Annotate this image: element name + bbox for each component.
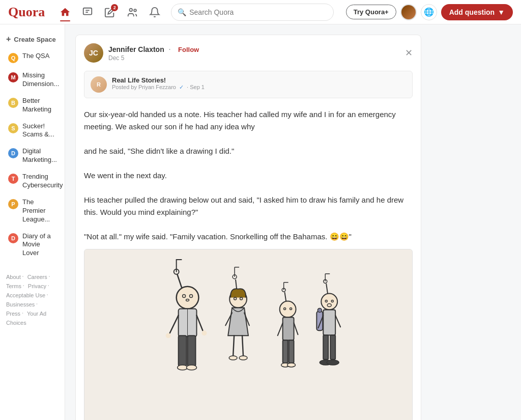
svg-point-34 [229,356,237,360]
verified-icon: ✓ [179,84,184,90]
premier-league-icon: P [8,199,18,209]
svg-point-66 [327,360,339,365]
svg-rect-58 [323,310,335,335]
sucker-scams-icon: S [8,123,18,133]
careers-link[interactable]: Careers [27,274,47,280]
svg-rect-59 [316,311,323,330]
community-nav-button[interactable] [122,2,142,22]
sidebar-footer: About· Careers· Terms· Privacy· Acceptab… [0,266,65,333]
svg-line-44 [278,323,283,335]
add-question-chevron: ▼ [498,8,505,16]
svg-rect-64 [330,335,335,359]
post-body: Our six-year-old handed us a note. His t… [76,102,421,249]
home-nav-button[interactable] [55,2,75,22]
search-input[interactable] [189,8,327,16]
language-button[interactable]: 🌐 [421,4,437,20]
sidebar-item-digital-marketing[interactable]: D Digital Marketing... [2,143,63,169]
notifications-nav-button[interactable] [144,2,165,22]
svg-rect-0 [83,8,92,14]
the-qsa-icon: Q [8,53,18,63]
premier-league-label: The Premier League... [22,198,56,224]
terms-link[interactable]: Terms [6,283,21,289]
source-date: · [187,84,188,90]
answer-nav-button[interactable] [77,2,98,22]
svg-line-33 [242,335,243,356]
svg-rect-63 [323,335,328,359]
svg-point-18 [201,330,207,335]
svg-point-49 [287,363,296,367]
businesses-link[interactable]: Businesses [6,301,35,307]
better-marketing-label: Better Marketing [22,97,56,114]
quora-logo: Quora [8,5,45,20]
body-para-2: and he said, "She didn't like a drawing … [84,145,413,157]
diary-movie-lover-icon: D [8,233,18,243]
add-question-button[interactable]: Add question ▼ [441,4,513,20]
sidebar-item-better-marketing[interactable]: B Better Marketing [2,93,63,118]
svg-rect-19 [179,335,187,366]
body-para-5: "Not at all." my wife said. "Family vaca… [84,231,413,243]
about-link[interactable]: About [6,274,21,280]
nav-icons: 2 [55,2,165,22]
author-avatar: JC [84,43,103,63]
source-name[interactable]: Real Life Stories! [112,76,205,84]
search-icon: 🔍 [178,8,186,16]
digital-marketing-icon: D [8,148,18,158]
svg-point-21 [178,365,188,370]
post-date: Dec 5 [108,54,199,62]
write-badge: 2 [111,4,118,11]
svg-point-22 [187,365,197,370]
sidebar-item-trending-cybersecurity[interactable]: T Trending Cybersecurity [2,169,63,194]
main-layout: + Create Space Q The QSA M Missing Dimen… [0,24,521,420]
trending-cybersecurity-icon: T [8,174,18,184]
post-drawing-image [84,249,413,420]
author-info: Jennifer Claxton · Follow Dec 5 [108,45,199,62]
sidebar-item-premier-league[interactable]: P The Premier League... [2,194,63,228]
source-avatar: R [91,76,107,93]
better-marketing-icon: B [8,98,18,108]
dot-separator: · [168,45,170,53]
svg-point-35 [239,356,247,360]
svg-rect-47 [289,340,294,363]
body-para-1: Our six-year-old handed us a note. His t… [84,108,413,133]
svg-line-62 [335,315,340,327]
svg-point-3 [130,8,133,11]
top-navigation: Quora 2 🔍 Try Quora+ 🌐 Add ques [0,0,521,24]
follow-button[interactable]: Follow [178,46,199,53]
svg-point-40 [280,301,296,318]
post-card: JC Jennifer Claxton · Follow Dec 5 ✕ R [75,35,421,420]
author-name-row: Jennifer Claxton · Follow [108,45,199,54]
sidebar-item-diary-movie-lover[interactable]: D Diary of a Movie Lover [2,228,63,262]
body-para-4: His teacher pulled the drawing below out… [84,194,413,218]
svg-line-32 [233,335,234,356]
svg-point-60 [317,308,322,312]
acceptable-use-link[interactable]: Acceptable Use [6,292,45,298]
svg-line-15 [170,315,179,333]
svg-line-45 [294,323,298,334]
try-plus-button[interactable]: Try Quora+ [346,5,396,19]
svg-rect-46 [283,340,288,363]
missing-dimensions-label: Missing Dimension... [22,71,59,89]
svg-point-54 [321,294,337,310]
close-post-button[interactable]: ✕ [405,47,413,59]
sidebar-item-missing-dimensions[interactable]: M Missing Dimension... [2,67,63,93]
svg-point-4 [134,9,136,12]
sidebar: + Create Space Q The QSA M Missing Dimen… [0,24,65,420]
source-posted-by: Posted by Priyan Fezzaro [112,84,176,90]
source-info: Real Life Stories! Posted by Priyan Fezz… [112,76,205,91]
post-header: JC Jennifer Claxton · Follow Dec 5 ✕ [76,35,421,67]
press-link[interactable]: Press [6,311,20,317]
body-para-3: We went in the next day. [84,170,413,182]
post-source: R Real Life Stories! Posted by Priyan Fe… [84,71,413,98]
nav-right: Try Quora+ 🌐 Add question ▼ [346,4,513,20]
sidebar-item-sucker-scams[interactable]: S Sucker! Scams &... [2,118,63,144]
content-area: JC Jennifer Claxton · Follow Dec 5 ✕ R [65,24,462,420]
create-space-button[interactable]: + Create Space [0,31,65,48]
user-avatar[interactable] [400,4,417,20]
digital-marketing-label: Digital Marketing... [22,147,57,164]
sidebar-item-the-qsa[interactable]: Q The QSA [2,48,63,67]
search-bar: 🔍 [171,4,334,21]
source-date-value: Sep 1 [190,84,205,90]
privacy-link[interactable]: Privacy [28,283,46,289]
author-name[interactable]: Jennifer Claxton [108,45,164,53]
write-nav-button[interactable]: 2 [100,2,120,22]
